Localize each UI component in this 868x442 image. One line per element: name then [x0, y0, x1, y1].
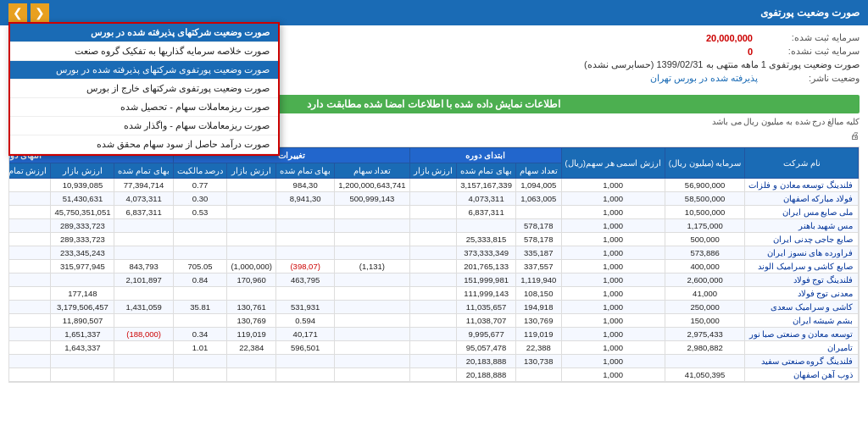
- table-cell: 10,500,000: [665, 206, 745, 219]
- table-cell: (188,000): [114, 328, 173, 341]
- table-cell: [114, 219, 173, 233]
- table-cell: 359: [8, 355, 51, 368]
- table-cell: 596,501: [276, 341, 335, 355]
- table-cell: فراورده های نسوز ایران: [745, 246, 859, 260]
- table-cell: 201,765,133: [457, 260, 516, 273]
- capital2-value: 0: [748, 47, 753, 57]
- table-cell: مس شهید باهنر: [745, 219, 859, 233]
- table-cell: 20,188,888: [457, 368, 516, 382]
- table-cell: تامیران: [745, 341, 859, 355]
- dropdown-item-2[interactable]: صورت وضعیت پورتفوی شرکتهای پذیرفته شده د…: [10, 61, 278, 80]
- table-cell: [227, 179, 276, 192]
- table-cell: [227, 219, 276, 233]
- top-bar-title: صورت وضعیت پورتفوی: [760, 7, 860, 19]
- table-cell: 11,890,507: [51, 314, 114, 328]
- table-cell: [335, 328, 409, 341]
- table-cell: 108,150: [515, 287, 561, 301]
- table-cell: 1,000: [561, 301, 665, 314]
- table-cell: 6,837,311: [457, 206, 516, 219]
- table-cell: 2,600,000: [665, 273, 745, 287]
- table-cell: 130,769: [515, 314, 561, 328]
- table-cell: 531,931: [276, 301, 335, 314]
- print-icon[interactable]: 🖨: [850, 130, 860, 141]
- table-cell: 1,119: [8, 192, 51, 206]
- table-cell: 1,431,059: [114, 301, 173, 314]
- table-cell: [409, 328, 457, 341]
- table-cell: [173, 219, 227, 233]
- table-cell: [335, 341, 409, 355]
- table-cell: 3,157,167,339: [457, 179, 516, 192]
- table-cell: [227, 246, 276, 260]
- table-cell: 843,793: [114, 260, 173, 273]
- th-end-cost: بهای تمام شده: [114, 163, 173, 179]
- table-cell: [227, 355, 276, 368]
- capital2-row: سرمایه ثبت نشده: 0: [263, 46, 860, 57]
- th-start-period: ابتدای دوره: [409, 148, 561, 163]
- portfolio-table-wrapper: نام شرکت سرمایه (میلیون ریال) ارزش اسمی …: [8, 146, 860, 383]
- dropdown-item-5[interactable]: صورت ریزمعاملات سهام - واگذار شده: [10, 117, 278, 135]
- table-cell: [409, 206, 457, 219]
- dropdown-item-3[interactable]: صورت وضعیت پورتفوی شرکتهای خارج از بورس: [10, 80, 278, 98]
- table-cell: 150,000: [665, 314, 745, 328]
- capital-row: سرمایه ثبت شده: 20,000,000: [263, 32, 860, 43]
- table-cell: 1,200,000,643,741: [335, 179, 409, 192]
- th-change-market: ارزش بازار: [227, 163, 276, 179]
- report-label: صورت وضعیت پورتفوی 1 ماهه منتهی به 1399/…: [584, 59, 860, 70]
- table-cell: 95,057,478: [457, 341, 516, 355]
- table-cell: [227, 287, 276, 301]
- table-cell: 1,780: [8, 273, 51, 287]
- th-change-ownership: درصد مالکیت: [173, 163, 227, 179]
- table-cell: 1,651,337: [51, 328, 114, 341]
- table-cell: [335, 301, 409, 314]
- table-row: صایع جاجی چدنی ایران500,0001,000578,1782…: [8, 233, 859, 246]
- th-change-shares: تعداد سهام: [335, 163, 409, 179]
- table-cell: [114, 314, 173, 328]
- table-row: کاشی و سرامیک سعدی250,0001,000194,91811,…: [8, 301, 859, 314]
- dropdown-item-1[interactable]: صورت خلاصه سرمایه گذاریها به تفکیک گروه …: [10, 42, 278, 61]
- table-cell: [335, 314, 409, 328]
- dropdown-item-4[interactable]: صورت ریزمعاملات سهام - تحصیل شده: [10, 98, 278, 117]
- table-cell: [173, 233, 227, 246]
- table-cell: 20,183,888: [457, 355, 516, 368]
- table-cell: 77,394,714: [114, 179, 173, 192]
- table-cell: 337,557: [515, 260, 561, 273]
- table-cell: (1,131): [335, 260, 409, 273]
- table-cell: 1,901: [8, 246, 51, 260]
- table-cell: [335, 206, 409, 219]
- table-cell: 1,119: [8, 206, 51, 219]
- table-cell: 2,101,897: [114, 273, 173, 287]
- table-cell: 0.77: [173, 179, 227, 192]
- table-cell: 1,000: [561, 287, 665, 301]
- table-cell: 22,384: [227, 341, 276, 355]
- table-cell: [227, 368, 276, 382]
- table-cell: 51,430,631: [51, 192, 114, 206]
- th-end-market: ارزش بازار: [51, 163, 114, 179]
- dropdown-item-0[interactable]: صورت وضعیت شرکتهای پذیرفته شده در بورس: [10, 24, 278, 42]
- table-row: معدنی توج فولاد41,0001,000108,150111,999…: [8, 287, 859, 301]
- table-cell: 0.84: [173, 273, 227, 287]
- table-cell: فلندینگ گروه صنعتی سفید: [745, 355, 859, 368]
- table-cell: 289,333,723: [51, 233, 114, 246]
- table-cell: 1,033: [8, 301, 51, 314]
- table-cell: 177,148: [51, 287, 114, 301]
- next-button[interactable]: ❯: [8, 3, 27, 22]
- prev-button[interactable]: ❮: [31, 3, 49, 22]
- table-cell: 573,886: [665, 246, 745, 260]
- dropdown-item-6[interactable]: صورت درآمد حاصل از سود سهام محقق شده: [10, 135, 278, 154]
- table-cell: [457, 219, 516, 233]
- table-cell: صایع جاجی چدنی ایران: [745, 233, 859, 246]
- th-capital: سرمایه (میلیون ریال): [665, 148, 745, 179]
- table-cell: 315,977,945: [51, 260, 114, 273]
- table-cell: [276, 246, 335, 260]
- table-cell: 194,918: [515, 301, 561, 314]
- table-cell: 335,187: [515, 246, 561, 260]
- table-cell: 1.01: [173, 341, 227, 355]
- table-row: فلندینگ توسعه معادن و فلزات56,900,0001,0…: [8, 179, 859, 192]
- table-cell: فلندینگ توسعه معادن و فلزات: [745, 179, 859, 192]
- table-row: ذوب آهن اصفهان41,050,3951,00020,188,8883…: [8, 368, 859, 382]
- table-cell: [114, 368, 173, 382]
- table-cell: 1,000: [561, 246, 665, 260]
- table-cell: 3,179,506,457: [51, 301, 114, 314]
- table-row: صایع کاشی و سرامیک الوند400,0001,000337,…: [8, 260, 859, 273]
- main-container: صورت وضعیت پورتفوی ❮ ❯ صورت وضعیت شرکتها…: [0, 0, 868, 442]
